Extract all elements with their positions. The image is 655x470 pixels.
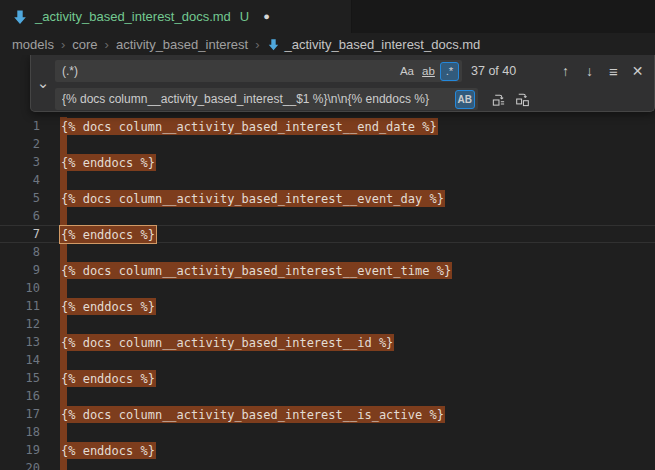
- regex-toggle[interactable]: .*: [440, 62, 459, 81]
- code-line-13[interactable]: 13{% docs column__activity_based_interes…: [0, 333, 655, 351]
- line-number: 5: [0, 191, 40, 205]
- toggle-replace-button[interactable]: ⌄: [33, 55, 53, 111]
- code-line-16[interactable]: 16: [0, 387, 655, 405]
- code-line-14[interactable]: 14: [0, 351, 655, 369]
- line-number: 18: [0, 425, 40, 439]
- line-text: {% docs column__activity_based_interest_…: [60, 117, 438, 135]
- find-match: {% enddocs %}: [60, 298, 156, 315]
- line-text: {% docs column__activity_based_interest_…: [60, 333, 394, 351]
- breadcrumb-item-models[interactable]: models: [12, 37, 54, 52]
- tab-title: _activity_based_interest_docs.md: [35, 9, 231, 24]
- code-line-20[interactable]: 20: [0, 459, 655, 470]
- line-number: 7: [0, 227, 40, 241]
- line-number: 11: [0, 299, 40, 313]
- line-number: 15: [0, 371, 40, 385]
- close-find-widget-button[interactable]: ✕: [627, 61, 648, 82]
- find-row: (.*) Aa ab .* 37 of 40 ↑ ↓ ≡ ✕: [55, 60, 648, 82]
- line-number: 20: [0, 461, 40, 470]
- line-number: 13: [0, 335, 40, 349]
- tab-bar: _activity_based_interest_docs.md U ●: [0, 0, 655, 33]
- vscode-window: _activity_based_interest_docs.md U ● mod…: [0, 0, 655, 470]
- line-text: {% enddocs %}: [60, 297, 156, 315]
- code-line-6[interactable]: 6: [0, 207, 655, 225]
- match-count-label: 37 of 40: [471, 64, 516, 78]
- line-text: {% docs column__activity_based_interest_…: [60, 189, 445, 207]
- line-number: 9: [0, 263, 40, 277]
- code-line-10[interactable]: 10: [0, 279, 655, 297]
- line-text: {% enddocs %}: [60, 441, 156, 459]
- arrow-down-icon: ↓: [586, 63, 593, 79]
- find-input-value: (.*): [62, 64, 395, 78]
- line-number: 16: [0, 389, 40, 403]
- previous-match-button[interactable]: ↑: [555, 61, 576, 82]
- replace-button[interactable]: [488, 89, 509, 110]
- line-number: 17: [0, 407, 40, 421]
- breadcrumb: models › core › activity_based_interest …: [0, 33, 655, 55]
- find-replace-widget: ⌄ (.*) Aa ab .* 37 of 40 ↑ ↓ ≡: [30, 55, 655, 112]
- replace-all-button[interactable]: [512, 89, 533, 110]
- unsaved-changes-dot[interactable]: ●: [263, 11, 270, 22]
- replace-all-icon: [515, 92, 530, 107]
- selection-lines-icon: ≡: [609, 63, 618, 80]
- find-match: {% enddocs %}: [60, 370, 156, 387]
- code-line-18[interactable]: 18: [0, 423, 655, 441]
- code-line-8[interactable]: 8: [0, 243, 655, 261]
- find-match: {% docs column__activity_based_interest_…: [60, 262, 452, 279]
- line-text: {% docs column__activity_based_interest_…: [60, 261, 452, 279]
- git-status-badge: U: [240, 9, 249, 24]
- line-number: 4: [0, 173, 40, 187]
- replace-icon: [491, 92, 506, 107]
- line-number: 8: [0, 245, 40, 259]
- code-line-7[interactable]: 7{% enddocs %}: [0, 225, 655, 243]
- markdown-file-icon: [267, 38, 280, 51]
- arrow-up-icon: ↑: [562, 63, 569, 79]
- code-line-11[interactable]: 11{% enddocs %}: [0, 297, 655, 315]
- markdown-file-icon: [12, 9, 28, 25]
- whole-word-toggle[interactable]: ab: [419, 62, 438, 81]
- chevron-right-icon: ›: [255, 37, 259, 52]
- line-text: {% enddocs %}: [60, 225, 156, 243]
- chevron-right-icon: ›: [61, 37, 65, 52]
- line-number: 3: [0, 155, 40, 169]
- find-match: {% enddocs %}: [60, 442, 156, 459]
- tab-activity-based-interest-docs[interactable]: _activity_based_interest_docs.md U ●: [0, 0, 352, 33]
- code-line-3[interactable]: 3{% enddocs %}: [0, 153, 655, 171]
- find-input[interactable]: (.*) Aa ab .*: [55, 60, 462, 82]
- chevron-down-icon: ⌄: [37, 74, 50, 92]
- close-icon: ✕: [632, 63, 644, 79]
- breadcrumb-item-activity-based-interest[interactable]: activity_based_interest: [116, 37, 248, 52]
- line-number: 1: [0, 119, 40, 133]
- find-in-selection-button[interactable]: ≡: [603, 61, 624, 82]
- preserve-case-toggle[interactable]: AB: [455, 90, 475, 109]
- find-match: {% docs column__activity_based_interest_…: [60, 334, 394, 351]
- breadcrumb-item-core[interactable]: core: [72, 37, 97, 52]
- code-line-12[interactable]: 12: [0, 315, 655, 333]
- line-number: 2: [0, 137, 40, 151]
- find-match: {% enddocs %}: [60, 154, 156, 171]
- code-line-15[interactable]: 15{% enddocs %}: [0, 369, 655, 387]
- chevron-right-icon: ›: [105, 37, 109, 52]
- code-line-1[interactable]: 1{% docs column__activity_based_interest…: [0, 117, 655, 135]
- code-line-9[interactable]: 9{% docs column__activity_based_interest…: [0, 261, 655, 279]
- line-number: 10: [0, 281, 40, 295]
- line-text: {% enddocs %}: [60, 153, 156, 171]
- line-number: 12: [0, 317, 40, 331]
- match-case-toggle[interactable]: Aa: [397, 62, 417, 81]
- code-area[interactable]: 1{% docs column__activity_based_interest…: [0, 55, 655, 470]
- code-line-2[interactable]: 2: [0, 135, 655, 153]
- line-number: 19: [0, 443, 40, 457]
- code-line-5[interactable]: 5{% docs column__activity_based_interest…: [0, 189, 655, 207]
- next-match-button[interactable]: ↓: [579, 61, 600, 82]
- line-number: 6: [0, 209, 40, 223]
- replace-input-value: {% docs column__activity_based_interest_…: [62, 92, 453, 106]
- find-match: {% docs column__activity_based_interest_…: [60, 406, 445, 423]
- line-text: {% enddocs %}: [60, 369, 156, 387]
- breadcrumb-item-file[interactable]: _activity_based_interest_docs.md: [267, 37, 481, 52]
- find-match: {% docs column__activity_based_interest_…: [60, 190, 445, 207]
- find-match: {% docs column__activity_based_interest_…: [60, 118, 438, 135]
- editor-pane[interactable]: ⌄ (.*) Aa ab .* 37 of 40 ↑ ↓ ≡: [0, 55, 655, 470]
- code-line-19[interactable]: 19{% enddocs %}: [0, 441, 655, 459]
- code-line-4[interactable]: 4: [0, 171, 655, 189]
- replace-input[interactable]: {% docs column__activity_based_interest_…: [55, 88, 478, 110]
- code-line-17[interactable]: 17{% docs column__activity_based_interes…: [0, 405, 655, 423]
